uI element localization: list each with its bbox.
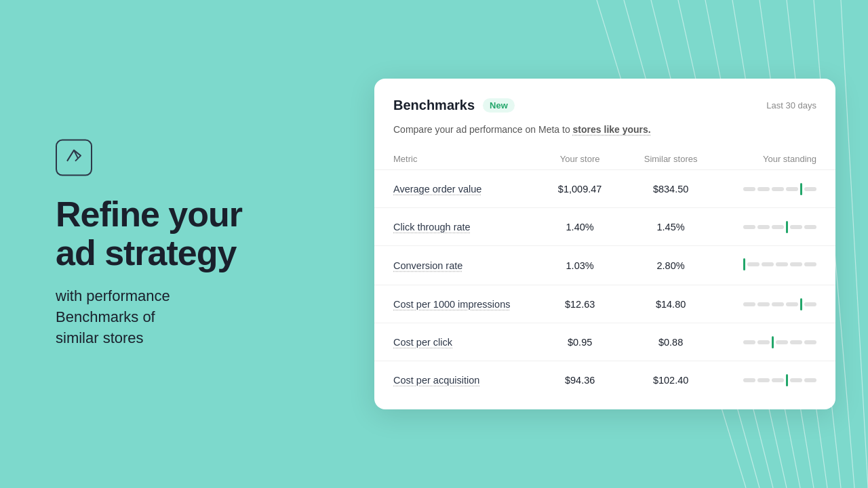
- metric-name-cell: Cost per 1000 impressions: [374, 285, 537, 323]
- slider-indicator: [786, 221, 788, 233]
- slider-indicator: [800, 298, 802, 310]
- track-bar: [743, 302, 755, 306]
- metric-name-cell: Average order value: [374, 170, 537, 208]
- track-bar: [786, 302, 798, 306]
- metric-name-cell: Cost per acquisition: [374, 361, 537, 399]
- track-bar: [804, 340, 816, 344]
- track-bar: [747, 262, 760, 266]
- table-row: Cost per 1000 impressions $12.63 $14.80: [374, 285, 835, 323]
- track-bar: [804, 262, 816, 266]
- track-bar: [772, 378, 784, 382]
- track-bar: [776, 340, 788, 344]
- col-your-standing: Your standing: [719, 148, 835, 170]
- standing-slider: [743, 336, 816, 348]
- track-bar: [772, 187, 784, 191]
- standing-slider: [743, 221, 816, 233]
- metric-name: Cost per acquisition: [393, 375, 479, 386]
- track-bar: [804, 225, 816, 229]
- card-title-row: Benchmarks New: [393, 98, 515, 113]
- track-bar: [757, 378, 770, 382]
- track-bar: [790, 262, 802, 266]
- track-bar: [757, 225, 770, 229]
- track-bar: [757, 302, 770, 306]
- track-bar: [772, 225, 784, 229]
- benchmarks-card: Benchmarks New Last 30 days Compare your…: [374, 79, 835, 409]
- standing-slider: [743, 183, 816, 195]
- track-bar: [762, 262, 774, 266]
- similar-store-value: $14.80: [623, 285, 718, 323]
- your-store-value: $1,009.47: [537, 170, 623, 208]
- new-badge: New: [483, 98, 515, 113]
- metric-name-cell: Cost per click: [374, 323, 537, 361]
- logo-icon: [64, 146, 83, 169]
- subheadline: with performanceBenchmarks ofsimilar sto…: [56, 286, 313, 348]
- slider-indicator: [786, 374, 788, 386]
- track-bar: [804, 378, 816, 382]
- col-metric: Metric: [374, 148, 537, 170]
- similar-store-value: 1.45%: [623, 208, 718, 246]
- standing-cell: [719, 285, 835, 323]
- logo-box: [56, 140, 92, 176]
- card-header: Benchmarks New Last 30 days: [374, 98, 835, 124]
- table-row: Average order value $1,009.47 $834.50: [374, 170, 835, 208]
- metric-name: Cost per 1000 impressions: [393, 299, 510, 310]
- track-bar: [790, 225, 802, 229]
- your-store-value: 1.03%: [537, 246, 623, 285]
- col-similar-stores: Similar stores: [623, 148, 718, 170]
- table-row: Click through rate 1.40% 1.45%: [374, 208, 835, 246]
- track-bar: [772, 302, 784, 306]
- metric-name-cell: Conversion rate: [374, 246, 537, 285]
- metric-name-cell: Click through rate: [374, 208, 537, 246]
- card-subtitle: Compare your ad performance on Meta to s…: [374, 124, 835, 148]
- your-store-value: 1.40%: [537, 208, 623, 246]
- track-bar: [804, 302, 816, 306]
- track-bar: [743, 187, 755, 191]
- similar-store-value: $834.50: [623, 170, 718, 208]
- track-bar: [743, 225, 755, 229]
- track-bar: [757, 340, 770, 344]
- track-bar: [790, 340, 802, 344]
- standing-cell: [719, 170, 835, 208]
- track-bar: [776, 262, 788, 266]
- similar-store-value: $102.40: [623, 361, 718, 399]
- benchmark-table: Metric Your store Similar stores Your st…: [374, 148, 835, 399]
- standing-cell: [719, 323, 835, 361]
- standing-slider: [743, 374, 816, 386]
- track-bar: [790, 378, 802, 382]
- your-store-value: $0.95: [537, 323, 623, 361]
- similar-store-value: 2.80%: [623, 246, 718, 285]
- track-bar: [743, 340, 755, 344]
- your-store-value: $94.36: [537, 361, 623, 399]
- standing-slider: [743, 258, 816, 270]
- track-bar: [757, 187, 770, 191]
- track-bar: [804, 187, 816, 191]
- col-your-store: Your store: [537, 148, 623, 170]
- metric-name: Average order value: [393, 184, 481, 195]
- slider-indicator: [800, 183, 802, 195]
- standing-cell: [719, 361, 835, 399]
- left-panel: Refine your ad strategy with performance…: [56, 140, 313, 349]
- slider-indicator: [772, 336, 774, 348]
- table-header-row: Metric Your store Similar stores Your st…: [374, 148, 835, 170]
- card-title: Benchmarks: [393, 98, 475, 113]
- metric-name: Click through rate: [393, 222, 471, 232]
- standing-cell: [719, 208, 835, 246]
- track-bar: [743, 378, 755, 382]
- headline: Refine your ad strategy: [56, 195, 313, 272]
- track-bar: [786, 187, 798, 191]
- standing-slider: [743, 298, 816, 310]
- metric-name: Cost per click: [393, 337, 452, 348]
- standing-cell: [719, 246, 835, 285]
- table-row: Conversion rate 1.03% 2.80%: [374, 246, 835, 285]
- table-row: Cost per acquisition $94.36 $102.40: [374, 361, 835, 399]
- metric-name: Conversion rate: [393, 260, 462, 271]
- your-store-value: $12.63: [537, 285, 623, 323]
- last-days-label: Last 30 days: [766, 100, 816, 110]
- table-row: Cost per click $0.95 $0.88: [374, 323, 835, 361]
- svg-line-6: [841, 0, 868, 488]
- similar-store-value: $0.88: [623, 323, 718, 361]
- slider-indicator: [743, 258, 745, 270]
